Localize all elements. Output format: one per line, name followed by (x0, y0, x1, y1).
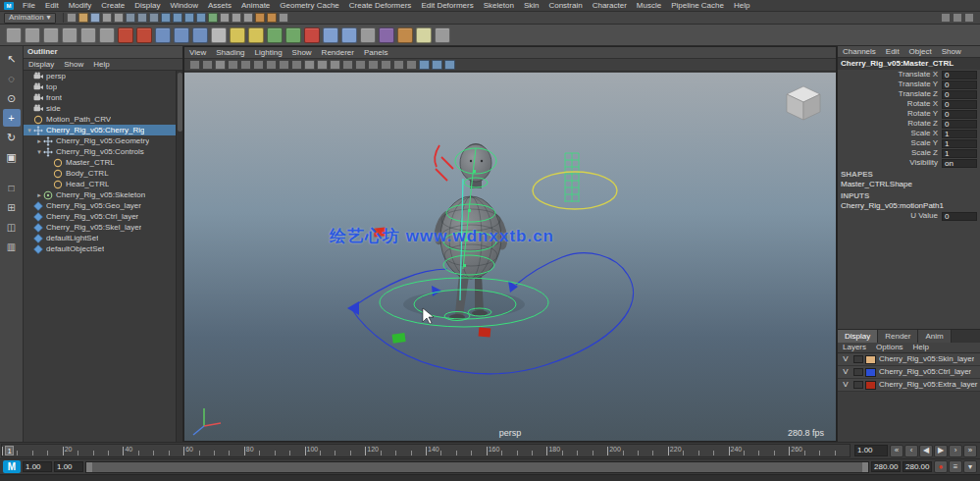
go-to-start-button[interactable]: « (890, 445, 903, 457)
frame-tick[interactable] (698, 451, 699, 455)
channel-value-field[interactable]: on (942, 159, 977, 168)
frame-tick[interactable] (426, 447, 427, 455)
playback-options-button[interactable]: ▾ (963, 460, 977, 473)
layer-color-swatch[interactable] (865, 381, 876, 390)
make-live-icon[interactable] (208, 13, 218, 23)
frame-tick[interactable] (562, 451, 563, 455)
new-scene-icon[interactable] (67, 13, 77, 23)
graph-editor-icon[interactable] (323, 27, 338, 43)
frame-tick[interactable] (289, 451, 290, 455)
frame-tick[interactable] (758, 451, 759, 455)
depth-peeling-icon[interactable] (406, 60, 417, 70)
channel-value-field[interactable]: 0 (942, 100, 977, 109)
layer-visibility-toggle[interactable]: V (840, 381, 851, 389)
persp-outliner-layout-button[interactable]: ◫ (3, 219, 21, 237)
animation-start-field[interactable]: 1.00 (23, 461, 52, 472)
expand-arrow-icon[interactable]: ▾ (26, 127, 33, 134)
frame-tick[interactable] (638, 451, 639, 455)
channel-value-field[interactable]: 0 (942, 80, 977, 89)
motion-blur-icon[interactable] (381, 60, 391, 70)
resolution-gate-icon[interactable] (240, 60, 251, 70)
frame-tick[interactable] (517, 451, 518, 455)
layer-type-toggle[interactable] (853, 368, 863, 376)
open-scene-icon[interactable] (78, 13, 88, 23)
channel-value-field[interactable]: 1 (942, 130, 977, 138)
frame-tick[interactable] (607, 447, 608, 455)
polyCube-icon[interactable] (25, 27, 40, 43)
menu-assets[interactable]: Assets (203, 2, 236, 10)
layer-visibility-toggle[interactable]: V (840, 355, 851, 363)
frame-tick[interactable] (729, 447, 730, 455)
frame-tick[interactable] (275, 451, 276, 455)
channel-value-field[interactable]: 0 (942, 110, 977, 119)
layer-visibility-toggle[interactable]: V (840, 368, 851, 376)
polyTorus-icon[interactable] (99, 27, 115, 43)
joint-tool-icon[interactable] (230, 27, 245, 43)
viewport-background[interactable] (184, 73, 836, 441)
frame-tick[interactable] (32, 451, 33, 455)
lasso-tool[interactable]: ◌ (3, 70, 21, 87)
frame-tick[interactable] (744, 451, 745, 455)
step-back-button[interactable]: ‹ (904, 445, 918, 457)
frame-tick[interactable] (850, 447, 851, 455)
show-channel-box-icon[interactable] (964, 13, 974, 23)
channel-menu-channels[interactable]: Channels (838, 48, 881, 56)
frame-tick[interactable] (47, 451, 48, 455)
gate-mask-icon[interactable] (253, 60, 264, 70)
layer-tab-anim[interactable]: Anim (918, 330, 951, 343)
ipr-render-icon[interactable] (267, 13, 277, 23)
selection-mask-object-icon[interactable] (137, 13, 147, 23)
frame-tick[interactable] (63, 447, 64, 455)
camera-lock-icon[interactable] (202, 60, 213, 70)
textTool-icon[interactable] (211, 27, 227, 43)
layer-tab-render[interactable]: Render (878, 330, 918, 343)
frame-tick[interactable] (305, 447, 306, 455)
menu-animate[interactable]: Animate (236, 2, 275, 10)
outliner-item-cherry-rig-v05-cherry-rig[interactable]: ▾Cherry_Rig_v05:Cherry_Rig (24, 125, 176, 135)
layer-row-cherry-rig-v05-ctrl-layer[interactable]: VCherry_Rig_v05:Ctrl_layer (838, 366, 980, 379)
film-gate-icon[interactable] (228, 60, 238, 70)
maya-app-icon[interactable]: M (4, 2, 14, 10)
menu-pipeline-cache[interactable]: Pipeline Cache (666, 2, 729, 10)
input-node-cherry-rig-v05-motionpath1[interactable]: Cherry_Rig_v05:motionPath1 (838, 201, 980, 211)
channel-menu-object[interactable]: Object (904, 48, 937, 56)
frame-tick[interactable] (411, 451, 412, 455)
frame-tick[interactable] (153, 451, 154, 455)
expand-arrow-icon[interactable]: ▾ (35, 148, 43, 155)
channel-menu-edit[interactable]: Edit (881, 48, 904, 56)
shape-node-master-ctrlshape[interactable]: Master_CTRLShape (838, 180, 980, 189)
move-tool[interactable]: + (3, 109, 21, 127)
viewport-3d-scene[interactable] (184, 73, 836, 441)
frame-tick[interactable] (804, 451, 805, 455)
playback-start-field[interactable]: 1.00 (54, 461, 83, 472)
polyCone-icon[interactable] (62, 27, 77, 43)
grid-toggle-icon[interactable] (215, 60, 226, 70)
scale-tool[interactable]: ▣ (3, 148, 21, 166)
outliner-item-cherry-rig-v05-skel-layer[interactable]: Cherry_Rig_v05:Skel_layer (24, 222, 176, 233)
frame-tick[interactable] (244, 447, 245, 455)
screen-ao-icon[interactable] (368, 60, 379, 70)
outliner-scrollbar[interactable] (176, 71, 182, 442)
rotate-tool[interactable]: ↻ (3, 129, 21, 146)
outliner-item-motion-path-crv[interactable]: Motion_Path_CRV (24, 114, 176, 125)
camera-tool-icon[interactable] (435, 27, 450, 43)
outliner-item-top[interactable]: top (24, 81, 176, 92)
layer-row-cherry-rig-v05-extra-layer[interactable]: VCherry_Rig_v05:Extra_layer (838, 379, 980, 392)
pencilCurve-icon[interactable] (192, 27, 208, 43)
frame-tick[interactable] (2, 447, 3, 455)
frame-tick[interactable] (440, 451, 441, 455)
save-scene-icon[interactable] (90, 13, 100, 23)
outliner-item-persp[interactable]: persp (24, 71, 176, 81)
frame-tick[interactable] (365, 447, 366, 455)
channel-value-field[interactable]: 0 (942, 71, 977, 80)
playback-end-field[interactable]: 280.00 (871, 461, 901, 472)
select-tool[interactable]: ↖ (3, 50, 21, 68)
dope-sheet-icon[interactable] (341, 27, 357, 43)
snap-to-plane-icon[interactable] (196, 13, 206, 23)
menu-set-dropdown[interactable]: Animation ▾ (4, 13, 56, 24)
channel-value-field[interactable]: 0 (942, 120, 977, 129)
outliner-item-cherry-rig-v05-skeleton[interactable]: ▸Cherry_Rig_v05:Skeleton (24, 189, 176, 200)
menu-edit[interactable]: Edit (40, 2, 64, 10)
safe-action-icon[interactable] (279, 60, 289, 70)
frame-tick[interactable] (335, 451, 335, 455)
